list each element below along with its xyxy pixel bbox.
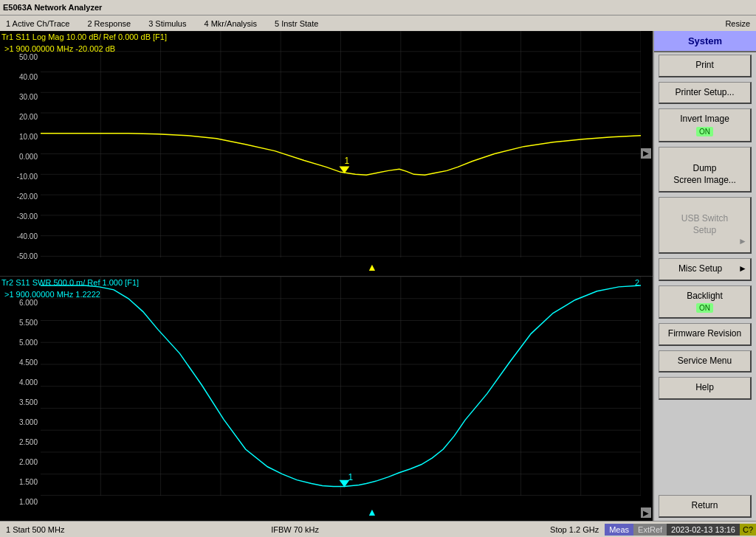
btn-invert-image[interactable]: Invert Image ON bbox=[659, 108, 752, 142]
menu-active-ch[interactable]: 1 Active Ch/Trace bbox=[3, 18, 72, 30]
invert-image-label: Invert Image bbox=[680, 114, 729, 125]
trace1-svg: 1 bbox=[41, 31, 641, 257]
backlight-badge: ON bbox=[696, 303, 713, 313]
invert-image-badge: ON bbox=[696, 127, 713, 136]
chart-area: Tr1 S11 Log Mag 10.00 dB/ Ref 0.000 dB [… bbox=[0, 31, 653, 521]
backlight-label: Backlight bbox=[687, 291, 723, 302]
menu-bar: 1 Active Ch/Trace 2 Response 3 Stimulus … bbox=[0, 15, 756, 31]
title-bar: E5063A Network Analyzer bbox=[0, 0, 756, 15]
trace2-svg: 1 bbox=[41, 277, 641, 496]
btn-help[interactable]: Help bbox=[659, 377, 752, 400]
usb-switch-label: USB Switch Setup bbox=[681, 213, 728, 235]
status-warn: C? bbox=[740, 524, 756, 536]
status-meas[interactable]: Meas bbox=[605, 524, 633, 536]
btn-return[interactable]: Return bbox=[659, 495, 752, 518]
trace2-bottom-marker: ▲ bbox=[367, 506, 377, 518]
trace1-label: Tr1 S11 Log Mag 10.00 dB/ Ref 0.000 dB [… bbox=[1, 32, 167, 41]
usb-switch-arrow: ► bbox=[738, 236, 747, 248]
main-layout: Tr1 S11 Log Mag 10.00 dB/ Ref 0.000 dB [… bbox=[0, 31, 756, 521]
status-start: 1 Start 500 MHz bbox=[0, 525, 89, 534]
trace1-panel: Tr1 S11 Log Mag 10.00 dB/ Ref 0.000 dB [… bbox=[0, 31, 653, 277]
btn-misc-setup[interactable]: Misc Setup ► bbox=[659, 258, 752, 281]
misc-setup-label: Misc Setup bbox=[678, 263, 722, 274]
trace2-label: Tr2 S11 SWR 500.0 m/ Ref 1.000 [F1] bbox=[1, 278, 139, 287]
menu-stimulus[interactable]: 3 Stimulus bbox=[145, 18, 189, 30]
title-text: E5063A Network Analyzer bbox=[3, 3, 102, 12]
trace2-number: 2 bbox=[635, 278, 639, 287]
panel-title: System bbox=[654, 31, 756, 52]
menu-mkr[interactable]: 4 Mkr/Analysis bbox=[201, 18, 260, 30]
btn-usb-switch[interactable]: USB Switch Setup ► bbox=[659, 197, 752, 254]
trace1-ref-arrow[interactable]: ▶ bbox=[641, 148, 651, 159]
status-extref: ExtRef bbox=[633, 524, 667, 536]
btn-print[interactable]: Print bbox=[659, 55, 752, 77]
btn-backlight[interactable]: Backlight ON bbox=[659, 285, 752, 319]
btn-dump-screen[interactable]: Dump Screen Image... bbox=[659, 147, 752, 193]
trace1-bottom-marker: ▲ bbox=[367, 261, 377, 273]
trace1-marker-info: >1 900.00000 MHz -20.002 dB bbox=[4, 44, 115, 53]
btn-printer-setup[interactable]: Printer Setup... bbox=[659, 82, 752, 105]
btn-service-menu[interactable]: Service Menu bbox=[659, 350, 752, 373]
trace1-header: Tr1 S11 Log Mag 10.00 dB/ Ref 0.000 dB [… bbox=[1, 32, 167, 41]
trace2-header: Tr2 S11 SWR 500.0 m/ Ref 1.000 [F1] bbox=[1, 278, 139, 287]
trace2-panel: Tr2 S11 SWR 500.0 m/ Ref 1.000 [F1] >1 9… bbox=[0, 277, 653, 522]
menu-instr-state[interactable]: 5 Instr State bbox=[272, 18, 321, 30]
dump-screen-label: Dump Screen Image... bbox=[673, 163, 736, 185]
status-bar: 1 Start 500 MHz IFBW 70 kHz Stop 1.2 GHz… bbox=[0, 521, 756, 537]
trace2-y-axis: 6.000 5.500 5.000 4.500 4.000 3.500 3.00… bbox=[0, 299, 41, 507]
right-panel: System Print Printer Setup... Invert Ima… bbox=[653, 31, 756, 521]
trace2-marker-info: >1 900.00000 MHz 1.2222 bbox=[4, 290, 100, 299]
status-datetime: 2023-02-13 13:16 bbox=[667, 524, 740, 536]
status-ifbw: IFBW 70 kHz bbox=[89, 525, 501, 534]
marker1-label: 1 bbox=[344, 156, 349, 166]
btn-firmware-revision[interactable]: Firmware Revision bbox=[659, 323, 752, 346]
trace1-y-axis: 50.00 40.00 30.00 20.00 10.00 0.000 -10.… bbox=[0, 53, 41, 261]
trace2-ref-arrow[interactable]: ▶ bbox=[641, 507, 651, 518]
status-stop: Stop 1.2 GHz bbox=[501, 525, 605, 534]
misc-setup-arrow: ► bbox=[738, 263, 747, 275]
menu-response[interactable]: 2 Response bbox=[84, 18, 134, 30]
menu-resize[interactable]: Resize bbox=[722, 18, 753, 30]
